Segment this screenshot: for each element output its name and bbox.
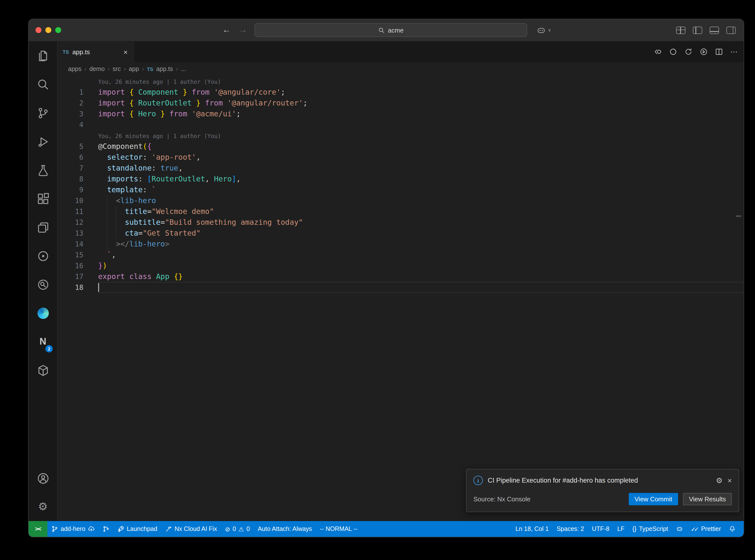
line-number[interactable]: 8 [58,174,98,184]
nx-cloud-fix-button[interactable]: Nx Cloud AI Fix [161,521,221,537]
toggle-panel-icon[interactable] [710,26,719,34]
line-number[interactable]: 15 [58,249,98,260]
tab-app-ts[interactable]: TS app.ts × [58,41,134,62]
code-editor[interactable]: You, 26 minutes ago | 1 author (You)1imp… [58,76,744,521]
close-tab-button[interactable]: × [122,47,129,56]
code-row[interactable]: 18 [58,282,744,293]
code-row[interactable]: 9 template: ` [58,184,744,195]
line-number[interactable]: 1 [58,87,98,98]
sidebar-item-testing[interactable] [28,156,57,184]
code-row[interactable]: 17export class App {} [58,271,744,282]
indentation-button[interactable]: Spaces: 2 [553,521,588,537]
code-row[interactable]: 3import { Hero } from '@acme/ui'; [58,108,744,119]
code-row[interactable]: 8 imports: [RouterOutlet, Hero], [58,174,744,184]
notification-close-button[interactable]: × [728,476,732,485]
code-row[interactable]: 7 standalone: true, [58,163,744,174]
breadcrumb-item[interactable]: app [129,65,139,73]
accounts-button[interactable] [28,464,57,493]
launchpad-button[interactable]: Launchpad [114,521,161,537]
line-number[interactable]: 16 [58,260,98,271]
code-row[interactable]: 10 <lib-hero [58,195,744,206]
zoom-window-button[interactable] [55,27,61,33]
breadcrumb-item[interactable]: src [113,65,121,73]
run-code-button[interactable] [700,48,708,56]
refresh-button[interactable] [684,48,692,56]
line-number[interactable]: 12 [58,217,98,228]
toggle-sidebar-icon[interactable] [693,26,702,34]
sidebar-item-source-control[interactable] [28,99,57,127]
language-mode-button[interactable]: {} TypeScript [629,521,672,537]
sidebar-item-remote-explorer[interactable] [28,213,57,242]
sidebar-item-edge-tools[interactable] [28,299,57,327]
toggle-secondary-sidebar-icon[interactable] [727,26,736,34]
breadcrumb-tail[interactable]: ... [181,65,186,73]
blame-row[interactable]: You, 26 minutes ago | 1 author (You) [58,130,744,141]
view-commit-button[interactable]: View Commit [629,493,678,505]
sidebar-item-search[interactable] [28,70,57,99]
line-number[interactable]: 5 [58,141,98,152]
line-number[interactable]: 13 [58,228,98,239]
line-number[interactable] [58,76,98,87]
code-row[interactable]: 12 subtitle="Build something amazing tod… [58,217,744,228]
notifications-bell-button[interactable] [725,521,740,537]
more-actions-button[interactable]: ⋯ [730,47,738,56]
close-window-button[interactable] [36,27,41,33]
breadcrumb-file[interactable]: app.ts [156,65,173,73]
line-number[interactable]: 11 [58,206,98,217]
status-circle-button[interactable] [669,48,677,56]
line-number[interactable]: 3 [58,108,98,119]
line-number[interactable]: 7 [58,163,98,174]
sidebar-item-explorer[interactable] [28,41,57,70]
formatter-button[interactable]: ✓✓ Prettier [687,521,725,537]
breadcrumb-item[interactable]: apps [68,65,81,73]
sidebar-item-gitlens[interactable] [28,270,57,299]
eol-button[interactable]: LF [613,521,628,537]
sidebar-item-actions[interactable] [28,242,57,270]
view-results-button[interactable]: View Results [683,493,732,505]
cursor-position-button[interactable]: Ln 18, Col 1 [512,521,553,537]
line-number[interactable]: 9 [58,184,98,195]
command-center-search[interactable]: acme [255,23,527,37]
line-number[interactable]: 14 [58,239,98,249]
remote-indicator-button[interactable]: >< [28,521,47,537]
blame-row[interactable]: You, 26 minutes ago | 1 author (You) [58,76,744,87]
sidebar-item-run-debug[interactable] [28,127,57,156]
code-row[interactable]: 15 `, [58,249,744,260]
line-number[interactable] [58,130,98,141]
sidebar-item-dependencies[interactable] [28,356,57,384]
customize-layout-icon[interactable] [676,26,686,34]
sidebar-item-extensions[interactable] [28,184,57,213]
line-number[interactable]: 17 [58,271,98,282]
compare-changes-button[interactable] [654,48,662,56]
split-editor-button[interactable] [715,48,723,56]
line-number[interactable]: 10 [58,195,98,206]
settings-button[interactable]: ⚙ [28,493,57,521]
code-row[interactable]: 4 [58,119,744,130]
code-row[interactable]: 11 title="Welcmoe demo" [58,206,744,217]
code-row[interactable]: 6 selector: 'app-root', [58,152,744,163]
line-number[interactable]: 18 [58,282,98,293]
navigate-back-button[interactable]: ← [222,19,231,41]
sidebar-item-nx-console[interactable]: N 2 [28,327,57,356]
code-row[interactable]: 14 ></lib-hero> [58,239,744,249]
copilot-status-button[interactable] [672,521,687,537]
git-branch-button[interactable]: add-hero [47,521,99,537]
line-number[interactable]: 4 [58,119,98,130]
navigate-forward-button[interactable]: → [239,19,247,41]
minimize-window-button[interactable] [45,27,51,33]
git-graph-button[interactable] [99,521,114,537]
code-row[interactable]: 1import { Component } from '@angular/cor… [58,87,744,98]
code-row[interactable]: 2import { RouterOutlet } from '@angular/… [58,98,744,108]
code-row[interactable]: 13 cta="Get Started" [58,228,744,239]
code-row[interactable]: 5@Component({ [58,141,744,152]
vim-mode-indicator[interactable]: -- NORMAL -- [316,521,361,537]
code-row[interactable]: 16}) [58,260,744,271]
breadcrumb-item[interactable]: demo [89,65,105,73]
copilot-menu[interactable]: ∨ [537,19,551,41]
encoding-button[interactable]: UTF-8 [588,521,614,537]
auto-attach-button[interactable]: Auto Attach: Always [254,521,316,537]
notification-settings-button[interactable]: ⚙ [716,476,723,485]
line-number[interactable]: 2 [58,98,98,108]
problems-button[interactable]: ⊘ 0 ⚠ 0 [221,521,254,537]
line-number[interactable]: 6 [58,152,98,163]
